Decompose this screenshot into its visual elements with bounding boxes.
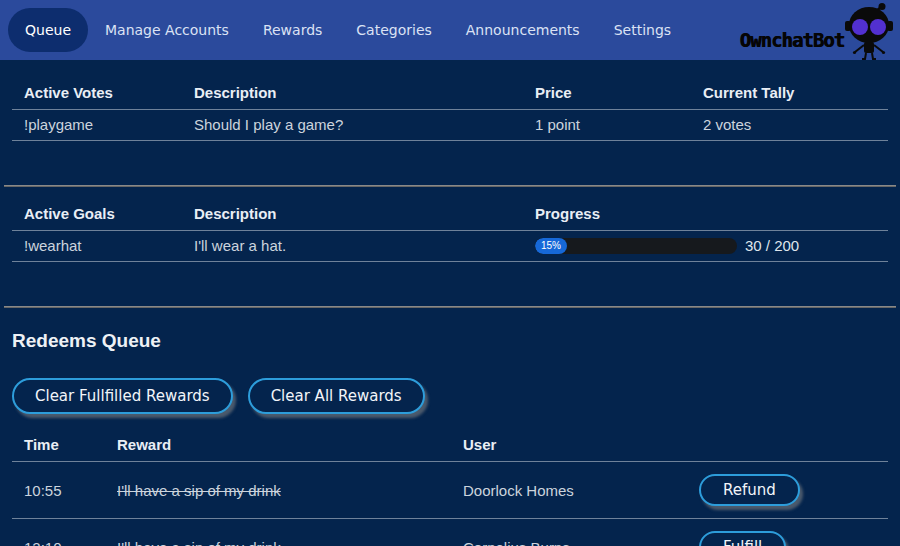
redeem-reward: I'll have a sip of my drink	[105, 462, 451, 519]
redeem-reward-text: I'll have a sip of my drink	[117, 539, 281, 546]
redeem-user: Cornelius Burns	[451, 519, 687, 546]
clear-fulfilled-rewards-button[interactable]: Clear Fullfilled Rewards	[12, 378, 233, 414]
tab-rewards[interactable]: Rewards	[246, 8, 339, 52]
main-content: Active Votes Description Price Current T…	[0, 60, 900, 546]
goals-header-description: Description	[182, 197, 523, 231]
goal-row: !wearhat I'll wear a hat. 15% 30 / 200	[12, 231, 888, 262]
clear-all-rewards-button[interactable]: Clear All Rewards	[248, 378, 425, 414]
goal-progress-value: 30 / 200	[745, 237, 799, 254]
redeem-reward-text: I'll have a sip of my drink	[117, 482, 281, 499]
redeem-reward: I'll have a sip of my drink	[105, 519, 451, 546]
goal-progress-fill: 15%	[535, 238, 567, 254]
votes-header-row: Active Votes Description Price Current T…	[12, 76, 888, 110]
vote-command: !playgame	[12, 110, 182, 141]
goals-header-command: Active Goals	[12, 197, 182, 231]
goals-header-row: Active Goals Description Progress	[12, 197, 888, 231]
redeems-section: Redeems Queue Clear Fullfilled Rewards C…	[12, 330, 888, 546]
redeems-header-reward: Reward	[105, 428, 451, 462]
app-logo: OwnchatBot	[740, 0, 900, 60]
redeem-row: 10:55 I'll have a sip of my drink Doorlo…	[12, 462, 888, 519]
tab-manage-accounts[interactable]: Manage Accounts	[88, 8, 246, 52]
logo-text: OwnchatBot	[740, 29, 844, 60]
votes-header-description: Description	[182, 76, 523, 110]
goal-progress-percent-label: 15%	[541, 240, 561, 251]
tab-queue[interactable]: Queue	[8, 8, 88, 52]
goal-description: I'll wear a hat.	[182, 231, 523, 262]
redeem-user: Doorlock Homes	[451, 462, 687, 519]
redeem-action-cell: Refund	[687, 462, 888, 519]
redeem-time: 12:10	[12, 519, 105, 546]
tab-announcements[interactable]: Announcements	[449, 8, 597, 52]
refund-button[interactable]: Refund	[699, 474, 800, 506]
redeem-time: 10:55	[12, 462, 105, 519]
section-divider	[4, 185, 896, 187]
vote-price: 1 point	[523, 110, 691, 141]
redeems-header-user: User	[451, 428, 687, 462]
votes-header-command: Active Votes	[12, 76, 182, 110]
votes-header-tally: Current Tally	[691, 76, 888, 110]
active-goals-table: Active Goals Description Progress !wearh…	[12, 197, 888, 262]
vote-tally: 2 votes	[691, 110, 888, 141]
goals-header-progress: Progress	[523, 197, 888, 231]
tab-settings[interactable]: Settings	[597, 8, 688, 52]
goal-progress-cell: 15% 30 / 200	[523, 231, 888, 262]
goal-command: !wearhat	[12, 231, 182, 262]
redeems-table: Time Reward User 10:55 I'll have a sip o…	[12, 428, 888, 546]
redeems-header-row: Time Reward User	[12, 428, 888, 462]
redeems-header-time: Time	[12, 428, 105, 462]
redeems-header-actions	[687, 428, 888, 462]
fulfill-button[interactable]: Fulfill	[699, 531, 786, 546]
robot-mascot-icon	[840, 2, 898, 60]
vote-row: !playgame Should I play a game? 1 point …	[12, 110, 888, 141]
vote-description: Should I play a game?	[182, 110, 523, 141]
redeems-queue-title: Redeems Queue	[12, 330, 888, 352]
goal-progress-bar: 15%	[535, 238, 737, 254]
top-navbar: Queue Manage Accounts Rewards Categories…	[0, 0, 900, 60]
redeem-row: 12:10 I'll have a sip of my drink Cornel…	[12, 519, 888, 546]
section-divider	[4, 306, 896, 308]
active-votes-table: Active Votes Description Price Current T…	[12, 76, 888, 141]
redeems-actions: Clear Fullfilled Rewards Clear All Rewar…	[12, 378, 888, 414]
votes-header-price: Price	[523, 76, 691, 110]
redeem-action-cell: Fulfill	[687, 519, 888, 546]
tab-categories[interactable]: Categories	[339, 8, 448, 52]
